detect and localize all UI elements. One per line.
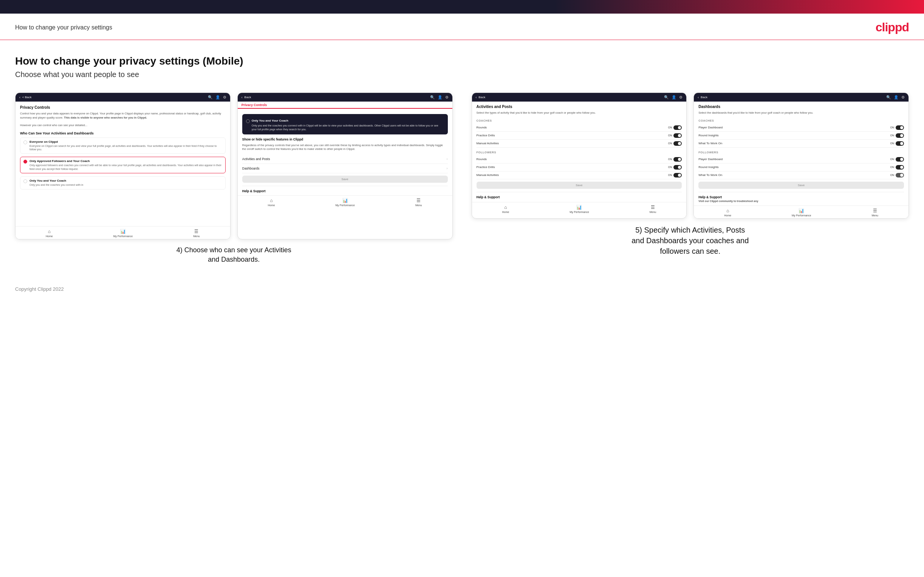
screen2-nav-menu[interactable]: ☰ Menu: [415, 198, 422, 206]
screen2-tab-privacy[interactable]: Privacy Controls: [238, 102, 271, 109]
screen1-nav: ‹ < Back 🔍 👤 ⚙: [16, 93, 230, 102]
screen2-menu-dashboards[interactable]: Dashboards ›: [242, 164, 448, 173]
screen3-nav: ‹ Back 🔍 👤 ⚙: [472, 93, 687, 102]
screen3-section-desc: Select the types of activity that you'd …: [477, 111, 682, 115]
chevron-icon2: ›: [447, 166, 448, 170]
screen4-toggle-workon-c: What To Work On ON: [698, 140, 904, 148]
screen1-radio3[interactable]: [23, 179, 27, 183]
settings-icon[interactable]: ⚙: [223, 95, 226, 99]
toggle-manual-coaches[interactable]: [674, 141, 682, 146]
toggle-drills-coaches[interactable]: [674, 133, 682, 138]
screen2-back[interactable]: ‹ Back: [241, 95, 251, 99]
screens-pair-left: ‹ < Back 🔍 👤 ⚙ Privacy Controls Control …: [15, 92, 453, 239]
screen4-coaches-label: COACHES: [698, 119, 904, 122]
page-footer: Copyright Clippd 2022: [0, 276, 924, 298]
screen1-bottom-nav: ⌂ Home 📊 My Performance ☰ Menu: [16, 226, 230, 239]
screen4-nav-menu[interactable]: ☰ Menu: [871, 208, 878, 217]
screen2-popup-desc: Only you and the coaches you connect wit…: [252, 124, 444, 131]
screen4-back[interactable]: ‹ Back: [698, 95, 708, 99]
screen1-option3-desc: Only you and the coaches you connect wit…: [29, 183, 83, 187]
screen2-bottom-nav: ⌂ Home 📊 My Performance ☰ Menu: [238, 195, 452, 208]
screen2-tab-bar: Privacy Controls: [238, 102, 452, 109]
screen1-radio2[interactable]: [23, 160, 27, 163]
screen3-toggle-drills-f: Practice Drills ON: [477, 163, 682, 171]
toggle-rounds-coaches[interactable]: [674, 126, 682, 130]
chevron-icon1: ›: [447, 157, 448, 161]
user-icon[interactable]: 👤: [215, 95, 220, 99]
screen4-followers-label: FOLLOWERS: [698, 151, 904, 154]
screen2-save-btn[interactable]: Save: [242, 176, 448, 183]
screen3-back[interactable]: ‹ Back: [476, 95, 486, 99]
toggle-manual-followers[interactable]: [674, 173, 682, 177]
toggle-insights-coaches[interactable]: [896, 133, 904, 138]
screen3-coaches-label: COACHES: [477, 119, 682, 122]
article-title: How to change your privacy settings (Mob…: [15, 55, 909, 67]
main-content: How to change your privacy settings (Mob…: [0, 40, 924, 276]
user-icon4[interactable]: 👤: [894, 95, 898, 99]
search-icon[interactable]: 🔍: [208, 95, 212, 99]
screen2-popup-title: Only You and Your Coach: [252, 119, 444, 122]
screen1-option1-desc: Everyone on Clippd can search for you an…: [29, 144, 222, 152]
screen4-toggle-player-c: Player Dashboard ON: [698, 124, 904, 132]
settings-icon2[interactable]: ⚙: [445, 95, 449, 99]
screen3-nav-menu[interactable]: ☰ Menu: [649, 205, 656, 213]
toggle-workon-coaches[interactable]: [896, 141, 904, 146]
search-icon3[interactable]: 🔍: [664, 95, 669, 99]
screen2-help: Help & Support: [242, 186, 448, 193]
screen3-body: Activities and Posts Select the types of…: [472, 102, 687, 202]
screen4-nav-performance[interactable]: 📊 My Performance: [792, 208, 811, 217]
screenshots-row: ‹ < Back 🔍 👤 ⚙ Privacy Controls Control …: [15, 92, 909, 264]
screen3-nav-home[interactable]: ⌂ Home: [502, 205, 509, 213]
screen2-nav-home[interactable]: ⌂ Home: [268, 198, 275, 206]
screen2-popup-radio[interactable]: [246, 119, 250, 123]
toggle-drills-followers[interactable]: [674, 165, 682, 169]
screen1-section-desc: Control how you and your data appears to…: [20, 112, 226, 120]
screen1-option2[interactable]: Only Approved Followers and Your Coach O…: [20, 157, 226, 173]
screen3-mockup: ‹ Back 🔍 👤 ⚙ Activities and Posts Select…: [472, 92, 687, 219]
screen4-section-title: Dashboards: [698, 105, 904, 109]
caption5: 5) Specify which Activities, Posts and D…: [630, 225, 751, 256]
screen2-menu-activities[interactable]: Activities and Posts ›: [242, 155, 448, 164]
screen4-toggle-insights-c: Round Insights ON: [698, 132, 904, 140]
screen3-save-btn[interactable]: Save: [477, 182, 682, 189]
screen1-sub-desc: However you can control who can see your…: [20, 124, 226, 127]
screen1-option1-title: Everyone on Clippd: [29, 140, 222, 143]
user-icon2[interactable]: 👤: [438, 95, 442, 99]
user-icon3[interactable]: 👤: [672, 95, 676, 99]
screen2-popup: Only You and Your Coach Only you and the…: [242, 114, 448, 134]
toggle-insights-followers[interactable]: [896, 165, 904, 169]
toggle-player-coaches[interactable]: [896, 126, 904, 130]
screen1-section-title: Privacy Controls: [20, 105, 226, 110]
settings-icon3[interactable]: ⚙: [679, 95, 683, 99]
clippd-logo: clippd: [876, 20, 909, 34]
search-icon4[interactable]: 🔍: [886, 95, 891, 99]
screen4-help-desc: Visit our Clippd community to troublesho…: [698, 200, 904, 202]
group-right: ‹ Back 🔍 👤 ⚙ Activities and Posts Select…: [472, 92, 909, 256]
screen4-bottom-nav: ⌂ Home 📊 My Performance ☰ Menu: [694, 205, 908, 218]
settings-icon4[interactable]: ⚙: [901, 95, 905, 99]
screen1-nav-icons: 🔍 👤 ⚙: [208, 95, 226, 99]
caption4: 4) Choose who can see your Activities an…: [173, 245, 294, 264]
screen4-save-btn[interactable]: Save: [698, 182, 904, 189]
screen1-nav-menu[interactable]: ☰ Menu: [193, 229, 200, 237]
page-header: How to change your privacy settings clip…: [0, 14, 924, 40]
toggle-player-followers[interactable]: [896, 157, 904, 162]
screen1-option3-title: Only You and Your Coach: [29, 179, 83, 182]
screen3-toggle-manual-f: Manual Activities ON: [477, 171, 682, 179]
screen2-mockup: ‹ Back 🔍 👤 ⚙ Privacy Controls: [237, 92, 453, 239]
header-title: How to change your privacy settings: [15, 24, 112, 31]
screen3-nav-performance[interactable]: 📊 My Performance: [570, 205, 589, 213]
toggle-workon-followers[interactable]: [896, 173, 904, 177]
screen1-option3[interactable]: Only You and Your Coach Only you and the…: [20, 176, 226, 189]
screen4-nav-home[interactable]: ⌂ Home: [724, 208, 731, 217]
toggle-rounds-followers[interactable]: [674, 157, 682, 162]
screen1-back[interactable]: ‹ < Back: [19, 95, 32, 99]
screen4-nav-icons: 🔍 👤 ⚙: [886, 95, 905, 99]
screen2-nav-performance[interactable]: 📊 My Performance: [336, 198, 355, 206]
copyright: Copyright Clippd 2022: [15, 286, 64, 292]
screen1-radio1[interactable]: [23, 140, 27, 144]
screen1-nav-performance[interactable]: 📊 My Performance: [113, 229, 132, 237]
screen1-nav-home[interactable]: ⌂ Home: [46, 229, 53, 237]
search-icon2[interactable]: 🔍: [430, 95, 435, 99]
screen1-option1[interactable]: Everyone on Clippd Everyone on Clippd ca…: [20, 137, 226, 154]
